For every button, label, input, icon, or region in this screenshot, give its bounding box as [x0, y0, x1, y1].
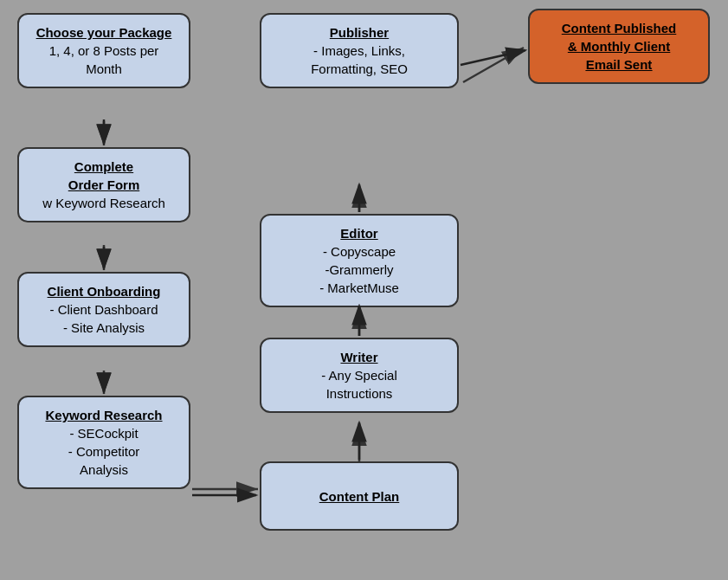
writer-title: Writer	[272, 348, 447, 366]
publisher-body: - Images, Links,Formatting, SEO	[311, 43, 408, 76]
content-published-box: Content Published& Monthly ClientEmail S…	[528, 9, 710, 84]
flowchart: Choose your Package 1, 4, or 8 Posts per…	[0, 0, 728, 580]
client-onboarding-title: Client Onboarding	[29, 282, 178, 300]
publisher-box: Publisher - Images, Links,Formatting, SE…	[260, 13, 459, 88]
svg-line-17	[461, 50, 525, 65]
client-onboarding-box: Client Onboarding - Client Dashboard- Si…	[17, 272, 190, 347]
client-onboarding-body: - Client Dashboard- Site Analysis	[49, 302, 158, 335]
editor-title: Editor	[272, 224, 447, 242]
complete-order-title: CompleteOrder Form	[29, 158, 178, 194]
publisher-title: Publisher	[272, 23, 447, 42]
choose-package-box: Choose your Package 1, 4, or 8 Posts per…	[17, 13, 190, 88]
keyword-research-title: Keyword Research	[29, 406, 178, 424]
complete-order-box: CompleteOrder Form w Keyword Research	[17, 147, 190, 222]
keyword-research-box: Keyword Research - SECockpit- Competitor…	[17, 396, 190, 489]
content-published-title: Content Published& Monthly ClientEmail S…	[540, 19, 698, 74]
editor-box: Editor - Copyscape-Grammerly- MarketMuse	[260, 214, 459, 307]
svg-line-8	[463, 48, 524, 82]
editor-body: - Copyscape-Grammerly- MarketMuse	[319, 244, 399, 295]
writer-body: - Any SpecialInstructions	[321, 368, 397, 401]
content-plan-box: Content Plan	[260, 461, 459, 531]
writer-box: Writer - Any SpecialInstructions	[260, 338, 459, 413]
content-plan-title: Content Plan	[319, 487, 400, 506]
complete-order-body: w Keyword Research	[42, 196, 165, 210]
keyword-research-body: - SECockpit- CompetitorAnalysis	[68, 426, 140, 477]
choose-package-title: Choose your Package	[29, 23, 178, 42]
choose-package-body: 1, 4, or 8 Posts perMonth	[49, 43, 159, 76]
